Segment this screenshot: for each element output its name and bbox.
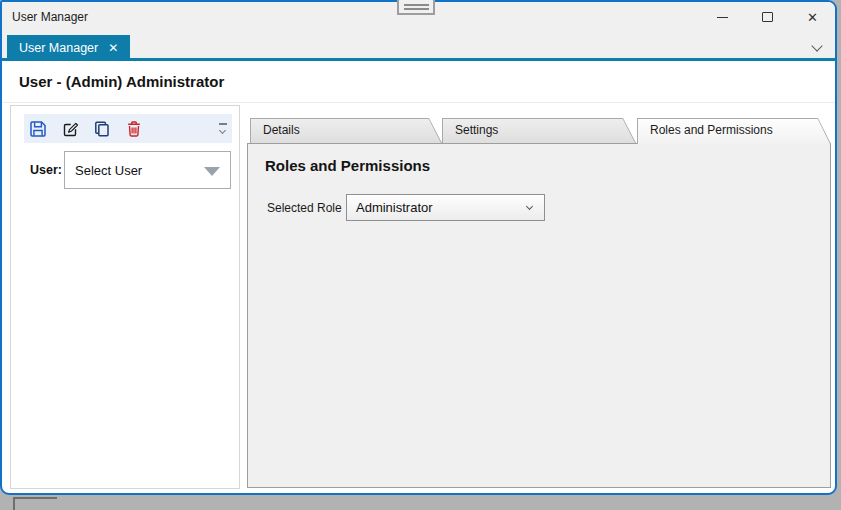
maximize-icon — [762, 12, 773, 22]
chevron-down-icon — [526, 203, 533, 210]
roles-permissions-content: Roles and Permissions Selected Role Admi… — [247, 143, 831, 488]
chevron-down-icon — [219, 126, 226, 133]
user-select-value: Select User — [75, 163, 142, 178]
screen: User Manager ✕ User Manager ✕ — [0, 0, 841, 510]
background-window-corner — [13, 497, 57, 510]
copy-icon — [93, 120, 111, 138]
delete-button[interactable] — [125, 120, 143, 138]
tab-details[interactable]: Details — [250, 118, 442, 143]
tab-label: Roles and Permissions — [650, 118, 773, 143]
tab-label: Settings — [455, 118, 498, 143]
selected-role-label: Selected Role — [267, 201, 342, 215]
user-label: User: — [30, 163, 62, 177]
edit-button[interactable] — [61, 120, 79, 138]
page-header: User - (Admin) Administrator — [2, 61, 835, 103]
save-button[interactable] — [29, 120, 47, 138]
minimize-button[interactable] — [700, 2, 745, 32]
window-controls: ✕ — [700, 2, 835, 32]
toolbar-overflow-button[interactable] — [219, 123, 228, 135]
copy-button[interactable] — [93, 120, 111, 138]
tab-label: User Manager — [19, 41, 98, 55]
page-title: User - (Admin) Administrator — [19, 61, 224, 103]
document-tab-strip: User Manager ✕ — [2, 32, 835, 61]
section-heading: Roles and Permissions — [265, 157, 430, 174]
close-icon: ✕ — [807, 11, 818, 24]
maximize-button[interactable] — [745, 2, 790, 32]
dock-drag-handle[interactable] — [397, 0, 435, 15]
user-selection-panel: User: Select User — [10, 105, 240, 489]
edit-icon — [61, 120, 79, 138]
tab-close-icon[interactable]: ✕ — [108, 42, 118, 54]
window-title: User Manager — [12, 2, 88, 32]
selected-role-dropdown[interactable]: Administrator — [346, 194, 545, 221]
detail-panel: Details Settings Roles and Permissions R… — [247, 118, 831, 488]
dropdown-arrow-icon — [204, 167, 220, 176]
close-button[interactable]: ✕ — [790, 2, 835, 32]
chevron-down-icon[interactable] — [811, 40, 822, 51]
overflow-icon — [219, 123, 227, 125]
tab-label: Details — [263, 118, 300, 143]
minimize-icon — [717, 17, 728, 18]
toolbar — [24, 114, 232, 143]
user-select-dropdown[interactable]: Select User — [64, 151, 231, 189]
tab-roles-and-permissions[interactable]: Roles and Permissions — [637, 118, 831, 144]
delete-icon — [125, 120, 143, 138]
tab-settings[interactable]: Settings — [442, 118, 636, 143]
selected-role-value: Administrator — [356, 200, 433, 215]
tab-user-manager[interactable]: User Manager ✕ — [7, 35, 130, 61]
save-icon — [29, 120, 47, 138]
app-window: User Manager ✕ User Manager ✕ — [0, 0, 837, 495]
